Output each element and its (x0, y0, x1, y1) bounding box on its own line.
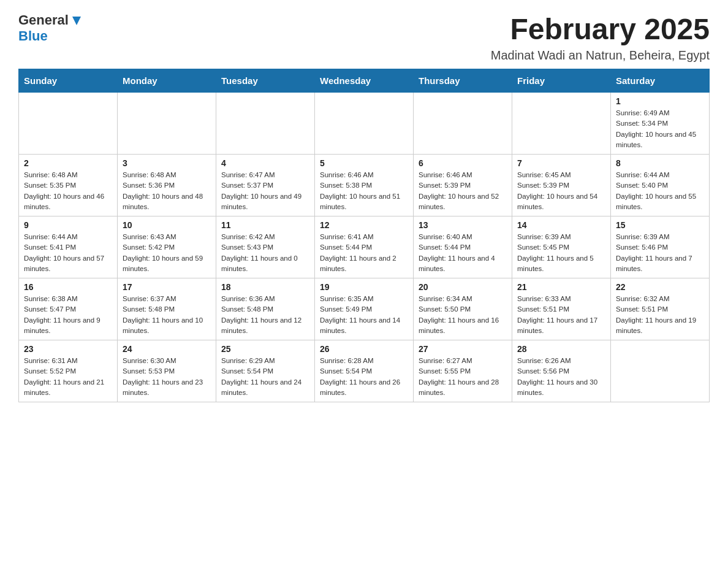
calendar-cell: 8Sunrise: 6:44 AMSunset: 5:40 PMDaylight… (611, 155, 710, 216)
calendar-cell: 9Sunrise: 6:44 AMSunset: 5:41 PMDaylight… (19, 216, 118, 278)
calendar-cell: 26Sunrise: 6:28 AMSunset: 5:54 PMDayligh… (315, 340, 414, 402)
day-number: 7 (517, 158, 605, 168)
svg-marker-0 (72, 17, 81, 25)
calendar-cell: 13Sunrise: 6:40 AMSunset: 5:44 PMDayligh… (414, 216, 512, 278)
day-number: 5 (320, 158, 408, 168)
day-number: 14 (517, 220, 605, 230)
calendar-cell: 22Sunrise: 6:32 AMSunset: 5:51 PMDayligh… (611, 278, 710, 340)
day-number: 8 (616, 158, 704, 168)
calendar-cell (315, 93, 414, 155)
day-info: Sunrise: 6:44 AMSunset: 5:40 PMDaylight:… (616, 170, 704, 212)
header-row: SundayMondayTuesdayWednesdayThursdayFrid… (19, 69, 710, 93)
calendar-cell (611, 340, 710, 402)
day-info: Sunrise: 6:46 AMSunset: 5:38 PMDaylight:… (320, 170, 408, 212)
day-number: 20 (419, 282, 507, 292)
calendar-cell: 12Sunrise: 6:41 AMSunset: 5:44 PMDayligh… (315, 216, 414, 278)
header-day-saturday: Saturday (611, 69, 710, 93)
day-info: Sunrise: 6:47 AMSunset: 5:37 PMDaylight:… (221, 170, 309, 212)
day-number: 2 (24, 158, 112, 168)
calendar-cell: 2Sunrise: 6:48 AMSunset: 5:35 PMDaylight… (19, 155, 118, 216)
day-info: Sunrise: 6:43 AMSunset: 5:42 PMDaylight:… (123, 232, 211, 274)
day-info: Sunrise: 6:42 AMSunset: 5:43 PMDaylight:… (221, 232, 309, 274)
title-section: February 2025 Madinat Wadi an Natrun, Be… (491, 12, 710, 63)
calendar-header: SundayMondayTuesdayWednesdayThursdayFrid… (19, 69, 710, 93)
calendar-cell (414, 93, 512, 155)
calendar-cell (118, 93, 216, 155)
week-row-2: 2Sunrise: 6:48 AMSunset: 5:35 PMDaylight… (19, 155, 710, 216)
calendar-cell (19, 93, 118, 155)
calendar-cell: 17Sunrise: 6:37 AMSunset: 5:48 PMDayligh… (118, 278, 216, 340)
day-number: 3 (123, 158, 211, 168)
week-row-5: 23Sunrise: 6:31 AMSunset: 5:52 PMDayligh… (19, 340, 710, 402)
logo-blue-text: Blue (18, 28, 48, 44)
calendar-cell: 10Sunrise: 6:43 AMSunset: 5:42 PMDayligh… (118, 216, 216, 278)
day-info: Sunrise: 6:46 AMSunset: 5:39 PMDaylight:… (419, 170, 507, 212)
day-number: 28 (517, 344, 605, 354)
calendar-cell: 24Sunrise: 6:30 AMSunset: 5:53 PMDayligh… (118, 340, 216, 402)
calendar-cell: 3Sunrise: 6:48 AMSunset: 5:36 PMDaylight… (118, 155, 216, 216)
calendar-cell: 20Sunrise: 6:34 AMSunset: 5:50 PMDayligh… (414, 278, 512, 340)
calendar-cell: 16Sunrise: 6:38 AMSunset: 5:47 PMDayligh… (19, 278, 118, 340)
calendar-cell: 21Sunrise: 6:33 AMSunset: 5:51 PMDayligh… (512, 278, 611, 340)
day-number: 10 (123, 220, 211, 230)
calendar-table: SundayMondayTuesdayWednesdayThursdayFrid… (18, 69, 710, 402)
calendar-cell (216, 93, 315, 155)
day-info: Sunrise: 6:29 AMSunset: 5:54 PMDaylight:… (221, 356, 309, 398)
day-info: Sunrise: 6:49 AMSunset: 5:34 PMDaylight:… (616, 108, 704, 150)
day-number: 15 (616, 220, 704, 230)
day-info: Sunrise: 6:33 AMSunset: 5:51 PMDaylight:… (517, 294, 605, 336)
calendar-cell: 14Sunrise: 6:39 AMSunset: 5:45 PMDayligh… (512, 216, 611, 278)
day-info: Sunrise: 6:31 AMSunset: 5:52 PMDaylight:… (24, 356, 112, 398)
week-row-4: 16Sunrise: 6:38 AMSunset: 5:47 PMDayligh… (19, 278, 710, 340)
day-info: Sunrise: 6:36 AMSunset: 5:48 PMDaylight:… (221, 294, 309, 336)
day-info: Sunrise: 6:48 AMSunset: 5:35 PMDaylight:… (24, 170, 112, 212)
day-number: 19 (320, 282, 408, 292)
day-info: Sunrise: 6:32 AMSunset: 5:51 PMDaylight:… (616, 294, 704, 336)
day-number: 16 (24, 282, 112, 292)
day-number: 9 (24, 220, 112, 230)
day-info: Sunrise: 6:35 AMSunset: 5:49 PMDaylight:… (320, 294, 408, 336)
day-info: Sunrise: 6:34 AMSunset: 5:50 PMDaylight:… (419, 294, 507, 336)
day-number: 22 (616, 282, 704, 292)
week-row-1: 1Sunrise: 6:49 AMSunset: 5:34 PMDaylight… (19, 93, 710, 155)
day-info: Sunrise: 6:38 AMSunset: 5:47 PMDaylight:… (24, 294, 112, 336)
logo: General Blue (18, 12, 83, 44)
day-info: Sunrise: 6:48 AMSunset: 5:36 PMDaylight:… (123, 170, 211, 212)
day-number: 21 (517, 282, 605, 292)
week-row-3: 9Sunrise: 6:44 AMSunset: 5:41 PMDaylight… (19, 216, 710, 278)
calendar-cell: 25Sunrise: 6:29 AMSunset: 5:54 PMDayligh… (216, 340, 315, 402)
header-day-tuesday: Tuesday (216, 69, 315, 93)
day-number: 11 (221, 220, 309, 230)
day-info: Sunrise: 6:40 AMSunset: 5:44 PMDaylight:… (419, 232, 507, 274)
day-number: 6 (419, 158, 507, 168)
day-info: Sunrise: 6:39 AMSunset: 5:46 PMDaylight:… (616, 232, 704, 274)
day-number: 12 (320, 220, 408, 230)
day-number: 25 (221, 344, 309, 354)
calendar-cell: 27Sunrise: 6:27 AMSunset: 5:55 PMDayligh… (414, 340, 512, 402)
logo-triangle-icon (70, 14, 83, 28)
day-number: 23 (24, 344, 112, 354)
calendar-body: 1Sunrise: 6:49 AMSunset: 5:34 PMDaylight… (19, 93, 710, 402)
location-title: Madinat Wadi an Natrun, Beheira, Egypt (491, 48, 710, 63)
calendar-cell: 19Sunrise: 6:35 AMSunset: 5:49 PMDayligh… (315, 278, 414, 340)
header-day-sunday: Sunday (19, 69, 118, 93)
day-number: 1 (616, 96, 704, 106)
day-info: Sunrise: 6:44 AMSunset: 5:41 PMDaylight:… (24, 232, 112, 274)
calendar-cell: 7Sunrise: 6:45 AMSunset: 5:39 PMDaylight… (512, 155, 611, 216)
day-info: Sunrise: 6:26 AMSunset: 5:56 PMDaylight:… (517, 356, 605, 398)
calendar-cell: 4Sunrise: 6:47 AMSunset: 5:37 PMDaylight… (216, 155, 315, 216)
day-info: Sunrise: 6:28 AMSunset: 5:54 PMDaylight:… (320, 356, 408, 398)
calendar-cell: 1Sunrise: 6:49 AMSunset: 5:34 PMDaylight… (611, 93, 710, 155)
day-number: 26 (320, 344, 408, 354)
month-title: February 2025 (491, 12, 710, 46)
calendar-cell: 6Sunrise: 6:46 AMSunset: 5:39 PMDaylight… (414, 155, 512, 216)
day-info: Sunrise: 6:45 AMSunset: 5:39 PMDaylight:… (517, 170, 605, 212)
header-day-wednesday: Wednesday (315, 69, 414, 93)
calendar-cell: 5Sunrise: 6:46 AMSunset: 5:38 PMDaylight… (315, 155, 414, 216)
day-number: 24 (123, 344, 211, 354)
calendar-cell: 11Sunrise: 6:42 AMSunset: 5:43 PMDayligh… (216, 216, 315, 278)
header-day-friday: Friday (512, 69, 611, 93)
calendar-cell: 23Sunrise: 6:31 AMSunset: 5:52 PMDayligh… (19, 340, 118, 402)
day-info: Sunrise: 6:30 AMSunset: 5:53 PMDaylight:… (123, 356, 211, 398)
day-info: Sunrise: 6:41 AMSunset: 5:44 PMDaylight:… (320, 232, 408, 274)
